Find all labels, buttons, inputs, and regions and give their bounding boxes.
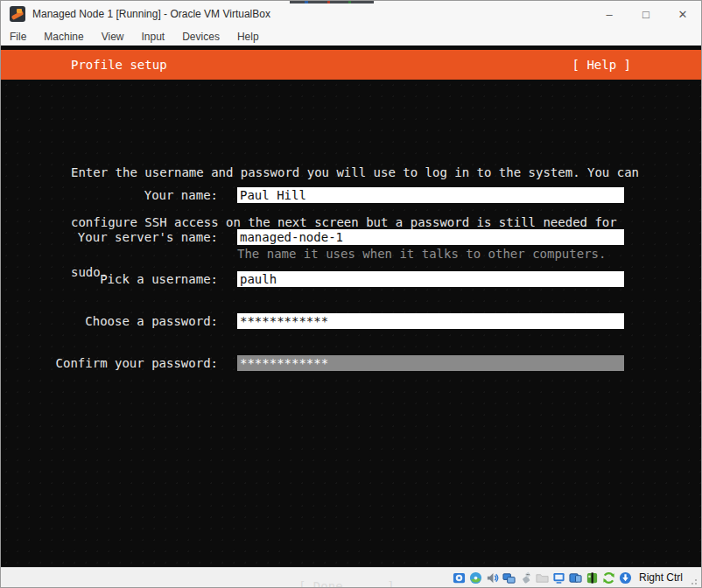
maximize-button[interactable]: □ (628, 1, 664, 27)
shared-folders-icon[interactable] (536, 570, 550, 584)
name-label: Your name: (1, 187, 218, 203)
mouse-integration-icon[interactable] (602, 570, 616, 584)
installer-header-bar: Profile setup [ Help ] (1, 50, 701, 80)
username-label: Pick a username: (1, 271, 218, 287)
resize-grip[interactable] (689, 577, 698, 585)
name-input[interactable]: Paul Hill (237, 187, 624, 203)
done-button[interactable]: [ Done ] (298, 579, 395, 588)
audio-icon[interactable] (486, 570, 500, 584)
menu-machine[interactable]: Machine (35, 27, 92, 46)
network-icon[interactable] (502, 570, 516, 584)
page-title: Profile setup (71, 58, 167, 72)
menu-input[interactable]: Input (133, 27, 174, 46)
close-button[interactable]: ✕ (664, 1, 701, 27)
virtualbox-window: Managed Node 1 [Running] - Oracle VM Vir… (0, 0, 702, 588)
host-key-label: Right Ctrl (639, 571, 683, 584)
background-window-sliver (290, 1, 374, 4)
window-title: Managed Node 1 [Running] - Oracle VM Vir… (32, 8, 270, 20)
virtualbox-logo-icon (10, 6, 25, 22)
recording-icon[interactable] (569, 570, 583, 584)
hostname-hint: The name it uses when it talks to other … (237, 246, 606, 262)
title-bar: Managed Node 1 [Running] - Oracle VM Vir… (1, 1, 701, 27)
features-icon[interactable] (586, 570, 600, 584)
hostname-input[interactable]: managed-node-1 (237, 229, 624, 245)
intro-line-1: Enter the username and password you will… (71, 164, 639, 181)
menu-help[interactable]: Help (228, 27, 268, 46)
menu-devices[interactable]: Devices (173, 27, 228, 46)
window-controls: – □ ✕ (591, 1, 701, 27)
menu-view[interactable]: View (93, 27, 133, 46)
usb-icon[interactable] (519, 570, 533, 584)
minimize-button[interactable]: – (591, 1, 628, 27)
help-button[interactable]: [ Help ] (572, 58, 631, 72)
password-input[interactable]: ************ (237, 313, 624, 329)
vm-console-screen: Profile setup [ Help ] Enter the usernam… (1, 46, 701, 567)
hard-disk-icon[interactable] (453, 570, 467, 584)
display-icon[interactable] (552, 570, 566, 584)
confirm-password-input[interactable]: ************ (237, 355, 624, 371)
password-label: Choose a password: (1, 313, 218, 329)
hostname-label: Your server's name: (1, 229, 218, 245)
menu-bar: File Machine View Input Devices Help (1, 27, 701, 46)
menu-file[interactable]: File (1, 27, 35, 46)
keyboard-icon[interactable] (619, 570, 633, 584)
confirm-password-label: Confirm your password: (1, 355, 218, 371)
username-input[interactable]: paulh (237, 271, 624, 287)
optical-drive-icon[interactable] (469, 570, 483, 584)
